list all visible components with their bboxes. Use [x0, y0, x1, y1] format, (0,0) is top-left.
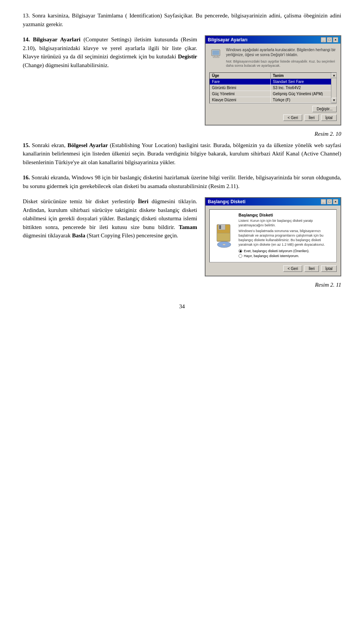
- list-row-3[interactable]: Güç Yönetimi Gelişmiş Güç Yönetimi (APM): [210, 91, 331, 97]
- window1-list: Üge Tanim Fare Standart Seri Fare Görünt…: [210, 73, 331, 103]
- left-p2-bold1: Tamam: [179, 224, 197, 230]
- section-14-bold-degistir: Degistir: [178, 53, 197, 60]
- window2-body: Başlangıç Disketi Listeni: Kurun için iç…: [206, 206, 340, 276]
- window2-title: Başlangıç Disketi: [208, 199, 245, 204]
- radio-no[interactable]: [238, 254, 242, 258]
- svg-point-9: [223, 244, 226, 245]
- section-16: 16. Sonraki ekranda, Windows 98 için bir…: [23, 173, 341, 190]
- maximize-button-2[interactable]: □: [327, 199, 332, 204]
- section-14-text: 14. Bilgisayar Ayarlari (Computer Settin…: [23, 35, 197, 126]
- window1-list-container: Üge Tanim Fare Standart Seri Fare Görünt…: [209, 72, 337, 104]
- window1-desc: Windows aşağıdaki ayarlarla kurulacaktır…: [226, 47, 337, 57]
- geri-button-1[interactable]: < Geri: [283, 115, 302, 121]
- content-area: 13. Sonra karsiniza, Bilgisayar Tanimlam…: [23, 11, 341, 310]
- section-15-text1: Sonraki ekran,: [32, 142, 67, 148]
- baslangic-disketi-window: Başlangıç Disketi _ □ ×: [205, 197, 341, 276]
- section-14-block: 14. Bilgisayar Ayarlari (Computer Settin…: [23, 35, 341, 126]
- list-row-1[interactable]: Fare Standart Seri Fare: [210, 79, 331, 85]
- ileri-button-1[interactable]: İleri: [304, 115, 319, 121]
- section-14-para: 14. Bilgisayar Ayarlari (Computer Settin…: [23, 35, 197, 69]
- ileri-button-2[interactable]: İleri: [304, 265, 319, 272]
- window1-controls: _ □ ×: [321, 37, 338, 42]
- radio-yes-label: Evet, başlangıç disketi istiyorum (Öneri…: [244, 249, 309, 253]
- row4-col2: Türkçe (F): [271, 97, 331, 103]
- left-p2-rest: dügmesini tiklayarak: [23, 232, 72, 238]
- scrollbar-up[interactable]: ▲: [331, 73, 337, 78]
- window2-text-area: Başlangıç Disketi Listeni: Kurun için iç…: [238, 213, 333, 259]
- section-13-text: 13. Sonra karsiniza, Bilgisayar Tanimlam…: [23, 11, 341, 28]
- window2-desc-title: Başlangıç Disketi: [238, 213, 333, 217]
- page-number: 34: [23, 303, 341, 310]
- window1-header-area: Windows aşağıdaki ayarlarla kurulacaktır…: [209, 47, 337, 70]
- window1-footer: < Geri İleri İptal: [209, 115, 337, 121]
- row2-col2: S3 Inc. Trio64V2: [271, 85, 331, 91]
- radio-yes[interactable]: [238, 249, 242, 253]
- left-p1-bold: İleri: [138, 198, 149, 204]
- scrollbar-track: [331, 78, 336, 98]
- section-16-left: Disket sürücünüze temiz bir disket yerle…: [23, 197, 197, 276]
- geri-button-2[interactable]: < Geri: [283, 265, 302, 272]
- section-16-block: Disket sürücünüze temiz bir disket yerle…: [23, 197, 341, 276]
- svg-rect-3: [213, 57, 219, 58]
- window2-inner: Başlangıç Disketi Listeni: Kurun için iç…: [209, 209, 337, 262]
- maximize-button[interactable]: □: [327, 37, 332, 42]
- list-row-4[interactable]: Klavye Düzeni Türkçe (F): [210, 97, 331, 103]
- window2-radio-group: Evet, başlangıç disketi istiyorum (Öneri…: [238, 249, 333, 258]
- left-p1: Disket sürücünüze temiz bir disket yerle…: [23, 198, 138, 204]
- window1-list-header: Üge Tanim: [210, 73, 331, 79]
- window1-desc-area: Windows aşağıdaki ayarlarla kurulacaktır…: [226, 47, 337, 70]
- svg-rect-1: [212, 50, 219, 55]
- window2-controls: _ □ ×: [321, 199, 338, 204]
- window2-footer: < Geri İleri İptal: [209, 265, 337, 272]
- bilgisayar-ayarlari-window: Bilgisayar Ayarları _ □ ×: [205, 35, 341, 126]
- window1-icon-area: [209, 47, 223, 70]
- section-14-image: Bilgisayar Ayarları _ □ ×: [205, 35, 341, 126]
- section-15: 15. Sonraki ekran, Bölgesel Ayarlar (Est…: [23, 141, 341, 167]
- window1-degistir-row: Değiştir...: [209, 106, 337, 112]
- section-16-left-para: Disket sürücünüze temiz bir disket yerle…: [23, 197, 197, 240]
- svg-rect-6: [219, 225, 221, 229]
- col2-header: Tanim: [271, 73, 331, 78]
- section-14-number: 14.: [23, 36, 30, 42]
- disk-icon-area: [213, 213, 235, 259]
- window1-title: Bilgisayar Ayarları: [208, 37, 248, 42]
- section-16-image: Başlangıç Disketi _ □ ×: [205, 197, 341, 276]
- radio-row-2[interactable]: Hayır, başlangıç disketi istemiyorum.: [238, 254, 333, 258]
- row3-col2: Gelişmiş Güç Yönetimi (APM): [271, 91, 331, 97]
- row4-col1: Klavye Düzeni: [210, 97, 271, 103]
- iptal-button-1[interactable]: İptal: [321, 115, 337, 121]
- computer-icon: [210, 48, 222, 60]
- left-p2-end: penceresine geçin.: [136, 232, 178, 238]
- row2-col1: Görüntü Birimi: [210, 85, 271, 91]
- close-button-2[interactable]: ×: [333, 199, 338, 204]
- section-16-number: 16.: [23, 174, 30, 180]
- window1-titlebar: Bilgisayar Ayarları _ □ ×: [206, 36, 340, 44]
- floppy-disk-icon: [214, 223, 235, 249]
- window2-titlebar: Başlangıç Disketi _ □ ×: [206, 198, 340, 206]
- section-13: 13. Sonra karsiniza, Bilgisayar Tanimlam…: [23, 11, 341, 28]
- window1-scrollbar[interactable]: ▲ ▼: [331, 73, 336, 103]
- window2-desc1: Listeni: Kurun için için bir başlangıç d…: [238, 219, 333, 227]
- section-15-number: 15.: [23, 142, 30, 148]
- degistir-button[interactable]: Değiştir...: [312, 106, 337, 112]
- minimize-button-2[interactable]: _: [321, 199, 326, 204]
- section-14-bold-label: Bilgisayar Ayarlari: [33, 36, 81, 42]
- close-button[interactable]: ×: [333, 37, 338, 42]
- window1-note: Not: Bilgisayarınızdaki bazı aygıtlar li…: [226, 60, 337, 68]
- minimize-button[interactable]: _: [321, 37, 326, 42]
- svg-rect-2: [215, 56, 218, 57]
- section-14-text2: (Change) dügmesini kullanabilirsiniz.: [23, 62, 109, 68]
- window2-desc2: Windows'u başlatmada sorununa varsa, bil…: [238, 229, 333, 247]
- svg-rect-7: [217, 233, 230, 241]
- section-16-para: 16. Sonraki ekranda, Windows 98 için bir…: [23, 173, 341, 190]
- radio-row-1[interactable]: Evet, başlangıç disketi istiyorum (Öneri…: [238, 249, 333, 253]
- scrollbar-down[interactable]: ▼: [331, 98, 337, 103]
- section-14-paren: (Computer Settings): [83, 36, 131, 42]
- caption-2: Resim 2. 11: [23, 282, 341, 288]
- list-row-2[interactable]: Görüntü Birimi S3 Inc. Trio64V2: [210, 85, 331, 91]
- row3-col1: Güç Yönetimi: [210, 91, 271, 97]
- left-p2-paren: (Start Copying Files): [87, 232, 135, 238]
- section-15-para: 15. Sonraki ekran, Bölgesel Ayarlar (Est…: [23, 141, 341, 167]
- iptal-button-2[interactable]: İptal: [321, 265, 337, 272]
- caption-1: Resim 2. 10: [23, 131, 341, 137]
